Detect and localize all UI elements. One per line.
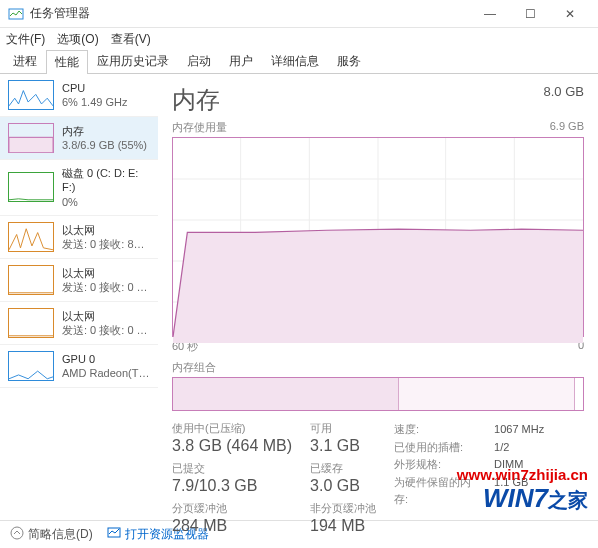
thumb-icon: [8, 351, 54, 381]
maximize-button[interactable]: ☐: [510, 0, 550, 28]
stat-available: 可用 3.1 GB: [310, 421, 376, 455]
thumb-icon: [8, 123, 54, 153]
tab-用户[interactable]: 用户: [220, 49, 262, 73]
memory-usage-chart: [172, 137, 584, 337]
thumb-icon: [8, 308, 54, 338]
sidebar-item-label: GPU 0: [62, 352, 150, 366]
sidebar-item-GPU 0[interactable]: GPU 0AMD Radeon(TM) Vega 2%: [0, 345, 158, 388]
svg-rect-0: [9, 9, 23, 19]
thumb-icon: [8, 222, 54, 252]
content: CPU6% 1.49 GHz内存3.8/6.9 GB (55%)磁盘 0 (C:…: [0, 74, 598, 520]
memory-composition-chart: [172, 377, 584, 411]
menubar: 文件(F) 选项(O) 查看(V): [0, 28, 598, 50]
stats-area: 使用中(已压缩) 3.8 GB (464 MB) 已提交 7.9/10.3 GB…: [172, 421, 584, 535]
sidebar-item-以太网[interactable]: 以太网发送: 0 接收: 88.0 Kbps: [0, 216, 158, 259]
stat-in-use: 使用中(已压缩) 3.8 GB (464 MB): [172, 421, 292, 455]
stat-cached: 已缓存 3.0 GB: [310, 461, 376, 495]
tab-应用历史记录[interactable]: 应用历史记录: [88, 49, 178, 73]
fewer-details[interactable]: 简略信息(D): [10, 526, 93, 543]
composition-label: 内存组合: [172, 360, 584, 375]
sidebar-item-label: 以太网: [62, 266, 150, 280]
close-button[interactable]: ✕: [550, 0, 590, 28]
sidebar-item-sub: 发送: 0 接收: 0 Kbps: [62, 323, 150, 337]
sidebar-item-label: 以太网: [62, 309, 150, 323]
memory-total: 8.0 GB: [544, 84, 584, 99]
sidebar-item-sub: AMD Radeon(TM) Vega 2%: [62, 366, 150, 380]
menu-view[interactable]: 查看(V): [111, 31, 151, 48]
sidebar-item-label: 以太网: [62, 223, 150, 237]
window-title: 任务管理器: [30, 5, 470, 22]
menu-options[interactable]: 选项(O): [57, 31, 98, 48]
minimize-button[interactable]: —: [470, 0, 510, 28]
stat-paged: 分页缓冲池 284 MB: [172, 501, 292, 535]
svg-point-14: [11, 527, 23, 539]
sidebar-item-sub: 0%: [62, 195, 150, 209]
sidebar-item-内存[interactable]: 内存3.8/6.9 GB (55%): [0, 117, 158, 160]
stat-committed: 已提交 7.9/10.3 GB: [172, 461, 292, 495]
tab-性能[interactable]: 性能: [46, 50, 88, 74]
sidebar-item-磁盘 0 (C: D: E: F:)[interactable]: 磁盘 0 (C: D: E: F:)0%: [0, 160, 158, 216]
sidebar-item-CPU[interactable]: CPU6% 1.49 GHz: [0, 74, 158, 117]
sidebar-item-sub: 6% 1.49 GHz: [62, 95, 127, 109]
chart-y-label: 内存使用量: [172, 120, 227, 135]
app-icon: [8, 6, 24, 22]
thumb-icon: [8, 80, 54, 110]
sidebar-item-sub: 发送: 0 接收: 0 Kbps: [62, 280, 150, 294]
sidebar-item-label: 内存: [62, 124, 147, 138]
tab-启动[interactable]: 启动: [178, 49, 220, 73]
sidebar: CPU6% 1.49 GHz内存3.8/6.9 GB (55%)磁盘 0 (C:…: [0, 74, 158, 520]
sidebar-item-以太网[interactable]: 以太网发送: 0 接收: 0 Kbps: [0, 302, 158, 345]
svg-rect-1: [9, 137, 53, 152]
tabs: 进程性能应用历史记录启动用户详细信息服务: [0, 50, 598, 74]
tab-进程[interactable]: 进程: [4, 49, 46, 73]
main-panel: 内存 8.0 GB 内存使用量 6.9 GB 60 秒 0 内存组合: [158, 74, 598, 520]
resmon-icon: [107, 526, 121, 543]
window-buttons: — ☐ ✕: [470, 0, 590, 28]
sidebar-item-label: CPU: [62, 81, 127, 95]
sidebar-item-以太网[interactable]: 以太网发送: 0 接收: 0 Kbps: [0, 259, 158, 302]
sidebar-item-sub: 3.8/6.9 GB (55%): [62, 138, 147, 152]
titlebar: 任务管理器 — ☐ ✕: [0, 0, 598, 28]
sidebar-item-label: 磁盘 0 (C: D: E: F:): [62, 166, 150, 195]
chart-y-max: 6.9 GB: [550, 120, 584, 135]
tab-服务[interactable]: 服务: [328, 49, 370, 73]
spec-column: 速度:1067 MHz 已使用的插槽:1/2 外形规格:DIMM 为硬件保留的内…: [394, 421, 544, 535]
chevron-up-icon: [10, 526, 24, 543]
page-title: 内存: [172, 84, 220, 116]
thumb-icon: [8, 172, 54, 202]
sidebar-item-sub: 发送: 0 接收: 88.0 Kbps: [62, 237, 150, 251]
tab-详细信息[interactable]: 详细信息: [262, 49, 328, 73]
stat-nonpaged: 非分页缓冲池 194 MB: [310, 501, 376, 535]
menu-file[interactable]: 文件(F): [6, 31, 45, 48]
thumb-icon: [8, 265, 54, 295]
